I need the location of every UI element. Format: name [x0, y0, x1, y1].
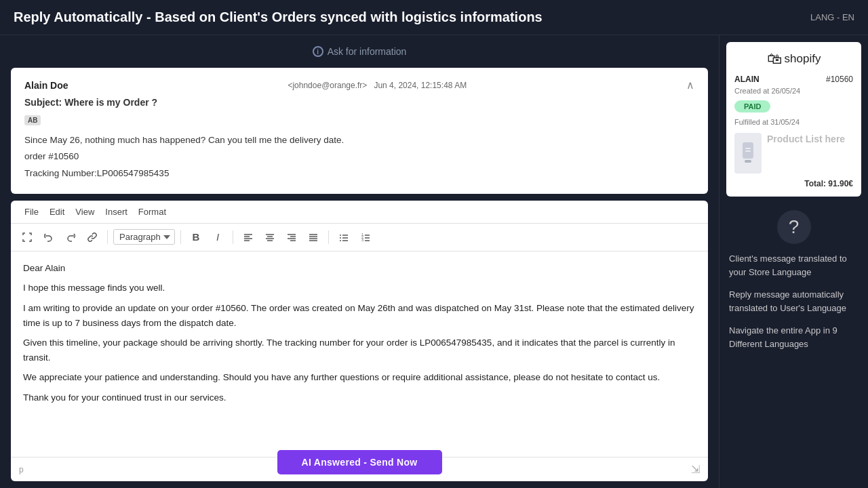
email-meta: <johndoe@orange.fr> Jun 4, 2024, 12:15:4…	[288, 81, 467, 90]
info-bar-text: Ask for information	[328, 46, 407, 57]
shopify-total: Total: 91.90€	[734, 179, 853, 188]
justify-button[interactable]	[304, 228, 323, 247]
shopify-product-row: Product List here	[734, 133, 853, 174]
svg-rect-31	[745, 150, 751, 152]
link-button[interactable]	[83, 228, 102, 247]
email-from: Alain Doe	[24, 80, 68, 91]
shopify-order-number: #10560	[826, 75, 853, 84]
toolbar-separator-4	[328, 230, 329, 244]
toolbar-separator-2	[180, 230, 181, 244]
editor-wrapper: Dear Alain I hope this message finds you…	[11, 251, 708, 481]
shopify-bag-icon: 🛍	[767, 50, 782, 68]
info-icon: i	[313, 46, 323, 57]
right-panel: 🛍 shopify ALAIN #10560 Created at 26/05/…	[719, 35, 868, 488]
shopify-header: 🛍 shopify	[734, 50, 853, 68]
editor-content[interactable]: Dear Alain I hope this message finds you…	[11, 251, 708, 457]
reply-line3: Given this timeline, your package should…	[23, 336, 696, 365]
email-language-badge: AB	[24, 115, 41, 125]
shopify-logo-text: shopify	[785, 52, 821, 66]
menu-view[interactable]: View	[70, 205, 100, 219]
shopify-fulfilled-date: Fulfilled at 31/05/24	[734, 118, 853, 126]
redo-button[interactable]	[61, 228, 80, 247]
reply-greeting: Dear Alain	[23, 261, 696, 276]
shopify-created-date: Created at 26/05/24	[734, 87, 853, 95]
info-navigate: Navigate the entire App in 9 Different L…	[729, 324, 859, 350]
svg-point-20	[340, 240, 341, 241]
bold-button[interactable]: B	[186, 228, 205, 247]
shopify-product-icon	[734, 133, 762, 174]
undo-button[interactable]	[39, 228, 58, 247]
send-now-button[interactable]: AI Answered - Send Now	[277, 450, 442, 474]
question-mark-container: ?	[729, 210, 859, 244]
menu-file[interactable]: File	[19, 205, 44, 219]
language-label: LANG - EN	[810, 12, 854, 22]
svg-point-16	[340, 235, 341, 236]
reply-line5: Thank you for your continued trust in ou…	[23, 390, 696, 405]
menu-format[interactable]: Format	[133, 205, 172, 219]
left-panel: i Ask for information Alain Doe <johndoe…	[0, 35, 719, 488]
info-section: ? Client's message translated to your St…	[719, 203, 868, 367]
shopify-customer: ALAIN	[734, 75, 760, 84]
question-mark-icon: ?	[777, 210, 811, 244]
reply-line4: We appreciate your patience and understa…	[23, 370, 696, 385]
info-bar: i Ask for information	[11, 42, 708, 61]
bullet-list-button[interactable]	[334, 228, 353, 247]
email-body: Since May 26, nothing much has happened?…	[24, 134, 694, 180]
italic-button[interactable]: I	[208, 228, 227, 247]
email-card: Alain Doe <johndoe@orange.fr> Jun 4, 202…	[11, 68, 708, 194]
shopify-paid-badge: PAID	[734, 100, 770, 113]
editor-card: File Edit View Insert Format	[11, 201, 708, 481]
menu-insert[interactable]: Insert	[100, 205, 133, 219]
align-right-button[interactable]	[282, 228, 301, 247]
align-center-button[interactable]	[260, 228, 279, 247]
email-subject: Subject: Where is my Order ?	[24, 97, 694, 108]
align-left-button[interactable]	[239, 228, 258, 247]
paragraph-select[interactable]: Paragraph	[113, 229, 175, 245]
svg-point-18	[340, 237, 341, 239]
reply-line1: I hope this message finds you well.	[23, 281, 696, 296]
page-title: Reply Automatically - Based on Client's …	[14, 9, 542, 25]
svg-rect-29	[745, 160, 751, 163]
numbered-list-button[interactable]: 1. 2. 3.	[356, 228, 375, 247]
svg-rect-30	[745, 148, 751, 149]
send-btn-container: AI Answered - Send Now	[11, 443, 708, 481]
shopify-card: 🛍 shopify ALAIN #10560 Created at 26/05/…	[726, 42, 861, 197]
page-header: Reply Automatically - Based on Client's …	[0, 0, 868, 35]
fullscreen-button[interactable]	[18, 228, 37, 247]
shopify-order-header: ALAIN #10560	[734, 75, 853, 84]
email-header: Alain Doe <johndoe@orange.fr> Jun 4, 202…	[24, 79, 694, 92]
info-translation2: Reply message automatically translated t…	[729, 288, 859, 314]
shopify-product-text: Product List here	[767, 133, 845, 174]
toolbar-separator-1	[107, 230, 108, 244]
toolbar-separator-3	[233, 230, 233, 244]
editor-toolbar: Paragraph B I	[11, 224, 708, 251]
svg-text:3.: 3.	[361, 238, 364, 242]
email-collapse-icon[interactable]: ∧	[686, 79, 694, 92]
info-translation1: Client's message translated to your Stor…	[729, 252, 859, 279]
main-layout: i Ask for information Alain Doe <johndoe…	[0, 35, 868, 488]
menu-edit[interactable]: Edit	[44, 205, 70, 219]
editor-menubar: File Edit View Insert Format	[11, 201, 708, 224]
shopify-logo: 🛍 shopify	[767, 50, 821, 68]
reply-line2: I am writing to provide an update on you…	[23, 301, 696, 330]
